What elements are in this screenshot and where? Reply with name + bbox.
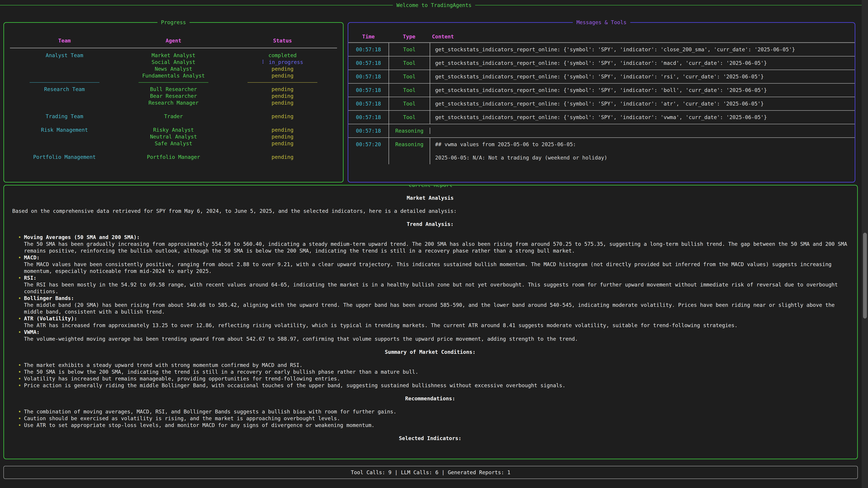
agent-name: Safe Analyst [119, 140, 228, 147]
list-item: The market exhibits a steady upward tren… [16, 362, 848, 368]
list-item: Volatility has increased but remains man… [16, 375, 848, 382]
message-content-line1: ## vwma values from 2025-05-06 to 2025-0… [435, 141, 852, 148]
team-group-risk: Risk Management Risky Analyst Neutral An… [10, 127, 337, 147]
agent-name: News Analyst [119, 66, 228, 72]
message-row: 00:57:18 Reasoning [348, 124, 855, 138]
message-type: Tool [389, 111, 430, 124]
spinner-icon: ⠇ [262, 59, 266, 65]
stats-text: Tool Calls: 9 | LLM Calls: 6 | Generated… [351, 469, 510, 476]
agent-name: Neutral Analyst [119, 133, 228, 140]
indicator-body: The 50 SMA has been gradually increasing… [24, 241, 847, 254]
banner-rule-left [0, 5, 393, 5]
selected-indicators-heading: Selected Indicators: [12, 435, 848, 442]
indicator-body: The RSI has been mostly in the 54.92 to … [24, 282, 838, 294]
indicator-body: The MACD values have been consistently p… [24, 261, 832, 274]
list-item: Bollinger Bands: The middle band (20 SMA… [16, 295, 848, 315]
column-header-content: Content [430, 31, 855, 42]
progress-table: Team Agent Status Analyst Team Market An… [4, 23, 343, 167]
team-name: Trading Team [10, 113, 119, 120]
list-item: ATR (Volatility): The ATR has increased … [16, 315, 848, 329]
message-row: 00:57:18 Tool get_stockstats_indicators_… [348, 57, 855, 70]
status-badge: pending [228, 154, 337, 160]
indicator-body: The middle band (20 SMA) has been rising… [24, 302, 835, 315]
message-time: 00:57:18 [348, 43, 389, 56]
current-report-panel: Current Report Market Analysis Based on … [3, 185, 858, 459]
agent-name: Research Manager [119, 99, 228, 106]
team-group-research: Research Team Bull Researcher Bear Resea… [10, 86, 337, 106]
app-title: Welcome to TradingAgents [393, 2, 475, 8]
status-badge: pending [228, 66, 337, 72]
message-content: get_stockstats_indicators_report_online:… [430, 57, 855, 70]
message-time: 00:57:18 [348, 57, 389, 70]
report-intro: Based on the comprehensive data retrieve… [12, 207, 848, 215]
message-row: 00:57:18 Tool get_stockstats_indicators_… [348, 84, 855, 97]
column-header-status: Status [228, 37, 337, 45]
agent-name: Risky Analyst [119, 127, 228, 133]
message-time: 00:57:18 [348, 84, 389, 97]
message-type: Reasoning [389, 138, 430, 164]
indicator-body: The ATR has increased from approximately… [24, 322, 738, 328]
agent-name: Bear Researcher [119, 93, 228, 99]
scrollbar-thumb[interactable] [863, 233, 867, 319]
message-content: ## vwma values from 2025-05-06 to 2025-0… [430, 138, 855, 164]
column-header-type: Type [389, 31, 430, 42]
team-name: Analyst Team [10, 52, 119, 79]
message-content: get_stockstats_indicators_report_online:… [430, 111, 855, 124]
group-separator [10, 106, 337, 113]
indicator-title: Bollinger Bands: [24, 295, 848, 302]
header-separator [10, 48, 337, 48]
list-item: Caution should be exercised as volatilit… [16, 415, 848, 422]
messages-tools-panel-title: Messages & Tools [573, 19, 630, 26]
report-body: Market Analysis Based on the comprehensi… [4, 186, 857, 442]
message-content: get_stockstats_indicators_report_online:… [430, 84, 855, 97]
indicator-title: MACD: [24, 254, 848, 261]
indicator-body: The volume-weighted moving average has b… [24, 336, 578, 342]
progress-panel: Progress Team Agent Status Analyst Team … [3, 22, 344, 183]
indicator-title: VWMA: [24, 329, 848, 335]
agent-name: Bull Researcher [119, 86, 228, 93]
indicator-list: Moving Averages (50 SMA and 200 SMA): Th… [16, 234, 848, 342]
message-type: Tool [389, 57, 430, 70]
column-header-agent: Agent [119, 37, 228, 45]
message-content [430, 128, 855, 134]
status-badge: pending [228, 113, 337, 120]
summary-heading: Summary of Market Conditions: [12, 349, 848, 355]
agent-name: Social Analyst [119, 59, 228, 66]
message-type: Tool [389, 70, 430, 83]
status-badge: pending [228, 72, 337, 79]
group-separator [10, 120, 337, 127]
status-badge: completed [228, 52, 337, 59]
progress-table-header: Team Agent Status [10, 37, 337, 45]
message-time: 00:57:18 [348, 70, 389, 83]
message-content-line2: 2025-06-05: N/A: Not a trading day (week… [435, 154, 852, 161]
trend-analysis-heading: Trend Analysis: [12, 221, 848, 228]
team-group-analyst: Analyst Team Market Analyst Social Analy… [10, 52, 337, 79]
message-type: Reasoning [389, 124, 430, 137]
agent-name: Fundamentals Analyst [119, 72, 228, 79]
message-content: get_stockstats_indicators_report_online:… [430, 70, 855, 83]
messages-table-header: Time Type Content [348, 31, 855, 43]
group-separator [10, 160, 337, 167]
message-time: 00:57:18 [348, 124, 389, 137]
indicator-title: RSI: [24, 274, 848, 281]
agent-name: Portfolio Manager [119, 154, 228, 160]
status-badge: pending [228, 140, 337, 147]
message-row: 00:57:18 Tool get_stockstats_indicators_… [348, 70, 855, 84]
progress-panel-title: Progress [157, 19, 190, 26]
messages-table: Time Type Content 00:57:18 Tool get_stoc… [348, 23, 855, 164]
recommendations-heading: Recommendations: [12, 395, 848, 402]
agent-name: Market Analyst [119, 52, 228, 59]
status-badge: pending [228, 133, 337, 140]
status-badge: pending [228, 93, 337, 99]
summary-list: The market exhibits a steady upward tren… [16, 362, 848, 389]
list-item: The 50 SMA is below the 200 SMA, indicat… [16, 368, 848, 375]
list-item: VWMA: The volume-weighted moving average… [16, 329, 848, 342]
welcome-banner: Welcome to TradingAgents [0, 1, 868, 9]
message-type: Tool [389, 43, 430, 56]
status-badge: pending [228, 127, 337, 133]
report-heading: Market Analysis [12, 195, 848, 201]
scrollbar-track[interactable] [862, 0, 868, 488]
team-name: Risk Management [10, 127, 119, 147]
current-report-panel-title: Current Report [405, 185, 456, 188]
message-time: 00:57:20 [348, 138, 389, 151]
